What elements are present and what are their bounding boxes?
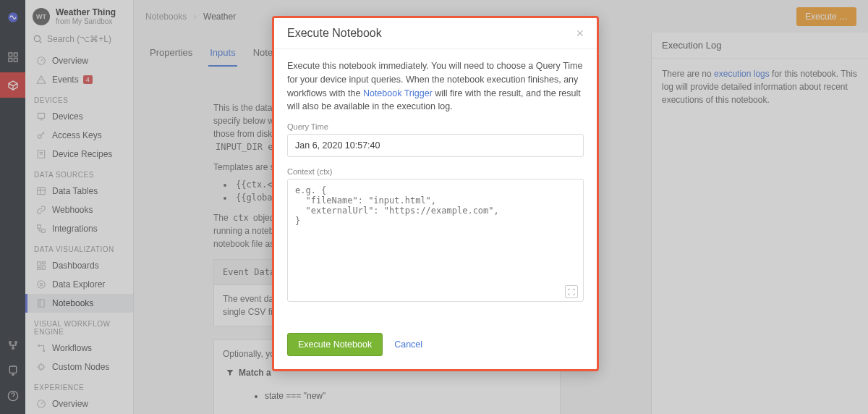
- query-time-label: Query Time: [287, 122, 584, 131]
- execute-notebook-button[interactable]: Execute Notebook: [287, 333, 383, 356]
- modal-description: Execute this notebook immediately. You w…: [287, 59, 584, 114]
- expand-icon[interactable]: ⛶: [565, 285, 578, 298]
- modal-title: Execute Notebook: [287, 27, 382, 40]
- query-time-input[interactable]: [287, 134, 584, 157]
- context-label: Context (ctx): [287, 167, 584, 176]
- context-textarea[interactable]: [287, 179, 584, 302]
- cancel-link[interactable]: Cancel: [394, 339, 422, 350]
- execute-notebook-modal: Execute Notebook × Execute this notebook…: [272, 16, 599, 371]
- notebook-trigger-link[interactable]: Notebook Trigger: [363, 88, 433, 98]
- close-icon[interactable]: ×: [576, 27, 584, 40]
